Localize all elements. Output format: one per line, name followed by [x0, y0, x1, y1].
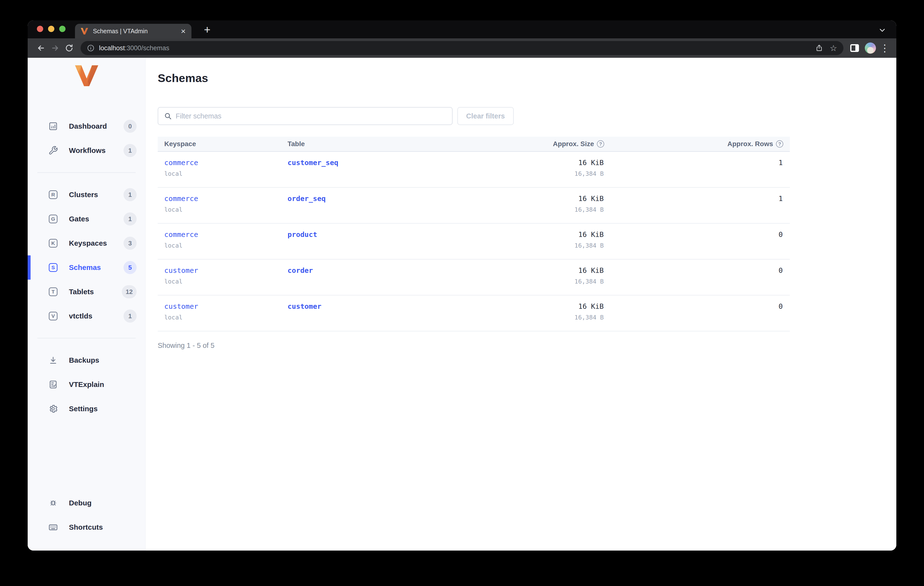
table-link[interactable]: product: [287, 230, 317, 238]
vitess-favicon: [81, 28, 88, 35]
sidebar-item-keyspaces[interactable]: K Keyspaces 3: [28, 231, 145, 255]
keyspace-link[interactable]: commerce: [164, 230, 198, 238]
table-cell: customer: [287, 302, 445, 331]
share-icon[interactable]: [815, 44, 823, 52]
url-text: localhost:3000/schemas: [99, 45, 808, 52]
table-link[interactable]: customer: [287, 302, 322, 311]
sidebar-item-icon: [48, 498, 58, 508]
rows-cell: 0: [604, 302, 790, 331]
traffic-lights: [37, 26, 66, 32]
sidebar-item-vtexplain[interactable]: VTExplain: [28, 372, 145, 397]
sidebar-item-gates[interactable]: G Gates 1: [28, 207, 145, 231]
keyspace-link[interactable]: commerce: [164, 194, 198, 203]
sidebar-bottom-nav: Debug Shortcuts: [28, 491, 145, 551]
keyspace-link[interactable]: customer: [164, 302, 198, 311]
bookmark-star-icon[interactable]: ☆: [830, 43, 837, 53]
sidebar-item-label: vtctlds: [69, 312, 92, 320]
reload-icon[interactable]: [62, 41, 76, 55]
sidebar-item-badge: 0: [124, 120, 137, 133]
sidebar-item-badge: 12: [122, 285, 137, 298]
help-icon[interactable]: ?: [776, 140, 783, 147]
table-cell: product: [287, 230, 445, 259]
size-value: 16 KiB: [445, 230, 604, 238]
keyspace-cell: customer local: [158, 302, 287, 331]
browser-window: Schemas | VTAdmin × + localhost:3000/sch…: [28, 20, 896, 551]
sidebar-item-debug[interactable]: Debug: [28, 491, 145, 515]
table-link[interactable]: corder: [287, 266, 313, 275]
sidebar-item-label: Settings: [69, 405, 97, 413]
cluster-label: local: [164, 206, 287, 213]
keyspace-link[interactable]: customer: [164, 266, 198, 275]
size-bytes: 16,384 B: [445, 314, 604, 321]
sidebar-item-shortcuts[interactable]: Shortcuts: [28, 515, 145, 540]
table-header-row: Keyspace Table Approx. Size ? Approx. Ro…: [158, 137, 790, 152]
rows-cell: 1: [604, 159, 790, 187]
size-bytes: 16,384 B: [445, 242, 604, 249]
site-info-icon[interactable]: [87, 44, 95, 52]
sidebar-item-icon: G: [48, 214, 58, 224]
size-value: 16 KiB: [445, 159, 604, 167]
filter-row: Clear filters: [158, 107, 896, 125]
minimize-window-button[interactable]: [48, 26, 54, 32]
cluster-label: local: [164, 170, 287, 177]
sidebar-item-icon: [48, 355, 58, 365]
size-cell: 16 KiB 16,384 B: [445, 159, 604, 187]
keyspace-cell: commerce local: [158, 159, 287, 187]
back-icon[interactable]: [34, 41, 48, 55]
keyspace-cell: commerce local: [158, 194, 287, 223]
profile-avatar[interactable]: [865, 43, 876, 54]
table-footer-count: Showing 1 - 5 of 5: [158, 341, 790, 349]
keyspace-cell: commerce local: [158, 230, 287, 259]
schemas-table: Keyspace Table Approx. Size ? Approx. Ro…: [158, 137, 790, 349]
sidebar-item-clusters[interactable]: R Clusters 1: [28, 182, 145, 207]
clear-filters-button[interactable]: Clear filters: [457, 107, 514, 125]
app-content: Dashboard 0 Workflows 1 R Clusters 1 G G…: [28, 58, 896, 551]
keyspace-cell: customer local: [158, 266, 287, 295]
rows-value: 0: [604, 230, 789, 238]
sidebar-item-settings[interactable]: Settings: [28, 397, 145, 421]
sidebar-item-icon: R: [48, 190, 58, 200]
sidebar-item-icon: K: [48, 238, 58, 248]
sidebar-item-dashboard[interactable]: Dashboard 0: [28, 114, 145, 138]
sidebar-item-label: Debug: [69, 499, 91, 507]
sidebar-nav: Dashboard 0 Workflows 1 R Clusters 1 G G…: [28, 114, 145, 421]
new-tab-button[interactable]: +: [200, 23, 214, 36]
size-bytes: 16,384 B: [445, 170, 604, 177]
sidebar-item-label: Workflows: [69, 146, 106, 155]
close-window-button[interactable]: [37, 26, 43, 32]
size-cell: 16 KiB 16,384 B: [445, 194, 604, 223]
rows-value: 1: [604, 159, 789, 167]
help-icon[interactable]: ?: [597, 140, 604, 147]
table-row: commerce local customer_seq 16 KiB 16,38…: [158, 152, 790, 188]
sidebar-item-label: Schemas: [69, 263, 101, 271]
search-icon: [164, 112, 172, 120]
tab-search-chevron-icon[interactable]: [877, 25, 888, 35]
sidebar-item-backups[interactable]: Backups: [28, 348, 145, 372]
sidebar-item-tablets[interactable]: T Tablets 12: [28, 280, 145, 304]
filter-schemas-input[interactable]: [176, 112, 446, 120]
rows-cell: 1: [604, 194, 790, 223]
table-row: commerce local product 16 KiB 16,384 B 0: [158, 223, 790, 260]
browser-tab[interactable]: Schemas | VTAdmin ×: [75, 24, 191, 38]
sidebar-item-vtctlds[interactable]: V vtctlds 1: [28, 304, 145, 328]
browser-menu-icon[interactable]: ⋮: [879, 43, 890, 54]
page-title: Schemas: [158, 71, 896, 85]
main-panel: Schemas Clear filters Keyspace Table App…: [145, 58, 896, 551]
forward-icon[interactable]: [48, 41, 62, 55]
table-cell: order_seq: [287, 194, 445, 223]
rows-cell: 0: [604, 230, 790, 259]
table-cell: customer_seq: [287, 159, 445, 187]
zoom-window-button[interactable]: [59, 26, 66, 32]
tab-close-icon[interactable]: ×: [181, 27, 186, 35]
sidebar-item-schemas[interactable]: S Schemas 5: [28, 255, 145, 280]
table-link[interactable]: customer_seq: [287, 159, 338, 167]
table-row: customer local customer 16 KiB 16,384 B …: [158, 295, 790, 331]
url-bar[interactable]: localhost:3000/schemas ☆: [81, 41, 843, 55]
size-cell: 16 KiB 16,384 B: [445, 230, 604, 259]
sidebar-item-workflows[interactable]: Workflows 1: [28, 138, 145, 163]
sidebar-item-badge: 3: [124, 237, 137, 250]
table-link[interactable]: order_seq: [287, 194, 326, 203]
side-panel-icon[interactable]: [850, 44, 859, 52]
table-row: commerce local order_seq 16 KiB 16,384 B…: [158, 188, 790, 223]
keyspace-link[interactable]: commerce: [164, 159, 198, 167]
